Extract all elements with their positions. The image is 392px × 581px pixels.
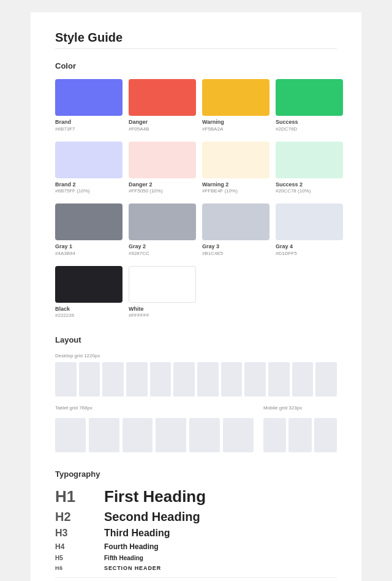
color-hex-brand2: #6B75FF (10%) xyxy=(55,188,123,194)
color-row-2: Brand 2 #6B75FF (10%) Danger 2 #FF5050 (… xyxy=(55,142,337,194)
color-item-gray1: Gray 1 #4A3B94 xyxy=(55,203,123,256)
color-hex-gray1: #4A3B94 xyxy=(55,251,123,256)
color-item-gray3: Gray 3 #B1C4E5 xyxy=(202,203,270,256)
color-item-gray4: Gray 4 #D1DFF5 xyxy=(276,203,343,256)
color-hex-warning: #F5BA2A xyxy=(202,126,270,132)
mobile-col xyxy=(288,418,311,452)
color-swatch-black xyxy=(55,266,123,303)
typo-tag-h5: H5 xyxy=(55,555,104,561)
color-label-black: Black xyxy=(55,305,123,313)
color-item-danger: Danger #F05A4B xyxy=(129,79,196,132)
color-swatch-brand xyxy=(55,79,123,116)
desktop-col xyxy=(79,362,100,397)
color-label-warning: Warning xyxy=(202,118,270,126)
desktop-col xyxy=(268,362,290,397)
color-label-brand: Brand xyxy=(55,118,123,126)
typo-tag-h1: H1 xyxy=(55,487,104,506)
typography-section-title: Typography xyxy=(55,469,337,479)
color-label-brand2: Brand 2 xyxy=(55,181,123,189)
layout-labels-row: Tablet grid 768px Mobile grid 323px xyxy=(55,405,337,414)
tablet-col xyxy=(89,418,119,452)
desktop-col xyxy=(126,362,148,397)
color-label-success: Success xyxy=(276,118,343,126)
desktop-col xyxy=(292,362,314,397)
color-section: Color Brand #6B73F7 Danger #F05A4B Warni… xyxy=(55,61,337,318)
typo-tag-h4: H4 xyxy=(55,542,104,551)
color-swatch-success2 xyxy=(276,142,343,178)
typo-tag-h3: H3 xyxy=(55,528,104,539)
typo-sample-h4: Fourth Heading xyxy=(104,542,337,551)
desktop-col xyxy=(102,362,124,397)
color-hex-gray3: #B1C4E5 xyxy=(202,251,270,256)
color-label-warning2: Warning 2 xyxy=(202,181,270,189)
color-label-gray1: Gray 1 xyxy=(55,243,123,251)
color-item-warning2: Warning 2 #FFBE4F (10%) xyxy=(202,142,270,194)
tablet-mobile-row xyxy=(55,418,337,452)
typography-section: Typography H1 First Heading H2 Second He… xyxy=(55,469,337,581)
color-hex-white: #FFFFFF xyxy=(129,313,196,318)
color-row-3: Gray 1 #4A3B94 Gray 2 #9287CC Gray 3 #B1… xyxy=(55,203,337,256)
color-label-gray4: Gray 4 xyxy=(276,243,343,251)
color-item-gray2: Gray 2 #9287CC xyxy=(129,203,196,256)
color-hex-success2: #20CC78 (10%) xyxy=(276,188,343,194)
typo-sample-h6: SECTION HEADER xyxy=(104,565,337,571)
mobile-grid xyxy=(263,418,337,452)
color-swatch-warning xyxy=(202,79,270,116)
color-item-brand: Brand #6B73F7 xyxy=(55,79,123,132)
color-item-danger2: Danger 2 #FF5050 (10%) xyxy=(129,142,196,194)
color-hex-brand: #6B73F7 xyxy=(55,126,123,132)
color-swatch-gray1 xyxy=(55,203,123,240)
tablet-area xyxy=(55,418,254,452)
tablet-col xyxy=(156,418,186,452)
color-hex-gray2: #9287CC xyxy=(129,251,196,256)
color-swatch-gray3 xyxy=(202,203,270,240)
color-item-warning: Warning #F5BA2A xyxy=(202,79,270,132)
tablet-col xyxy=(55,418,86,452)
color-swatch-success xyxy=(276,79,343,116)
desktop-col xyxy=(173,362,195,397)
color-item-success: Success #2DC76D xyxy=(276,79,343,132)
color-swatch-danger2 xyxy=(129,142,196,178)
color-hex-success: #2DC76D xyxy=(276,126,343,132)
mobile-col xyxy=(263,418,286,452)
layout-section: Layout Desktop grid 1220px Tablet grid 7… xyxy=(55,335,337,452)
style-guide-page: Style Guide Color Brand #6B73F7 Danger #… xyxy=(31,12,361,581)
typo-row-h6: H6 SECTION HEADER xyxy=(55,565,337,571)
desktop-col xyxy=(221,362,243,397)
color-hex-danger2: #FF5050 (10%) xyxy=(129,188,196,194)
typo-row-h4: H4 Fourth Heading xyxy=(55,542,337,551)
color-label-gray3: Gray 3 xyxy=(202,243,270,251)
desktop-grid xyxy=(55,362,337,397)
typo-row-h3: H3 Third Heading xyxy=(55,528,337,539)
color-label-gray2: Gray 2 xyxy=(129,243,196,251)
color-label-success2: Success 2 xyxy=(276,181,343,189)
mobile-area xyxy=(263,418,337,452)
color-item-black: Black #222226 xyxy=(55,266,123,319)
desktop-col xyxy=(55,362,77,397)
color-hex-danger: #F05A4B xyxy=(129,126,196,132)
desktop-col xyxy=(315,362,337,397)
color-swatch-warning2 xyxy=(202,142,270,178)
title-divider xyxy=(55,48,337,49)
desktop-grid-label: Desktop grid 1220px xyxy=(55,353,337,359)
color-row-1: Brand #6B73F7 Danger #F05A4B Warning #F5… xyxy=(55,79,337,132)
color-label-danger: Danger xyxy=(129,118,196,126)
color-item-success2: Success 2 #20CC78 (10%) xyxy=(276,142,343,194)
color-swatch-white xyxy=(129,266,196,303)
color-label-white: White xyxy=(129,305,196,313)
color-swatch-danger xyxy=(129,79,196,116)
desktop-col xyxy=(197,362,219,397)
color-swatch-brand2 xyxy=(55,142,123,178)
typo-tag-h2: H2 xyxy=(55,510,104,524)
mobile-grid-label: Mobile grid 323px xyxy=(263,405,337,411)
color-label-danger2: Danger 2 xyxy=(129,181,196,189)
typo-sample-h2: Second Heading xyxy=(104,510,337,524)
color-hex-warning2: #FFBE4F (10%) xyxy=(202,188,270,194)
color-item-white: White #FFFFFF xyxy=(129,266,196,319)
typo-sample-h1: First Heading xyxy=(104,487,337,506)
typo-sample-h3: Third Heading xyxy=(104,528,337,539)
color-swatch-gray2 xyxy=(129,203,196,240)
desktop-col xyxy=(244,362,266,397)
tablet-grid xyxy=(55,418,254,452)
tablet-col xyxy=(123,418,153,452)
